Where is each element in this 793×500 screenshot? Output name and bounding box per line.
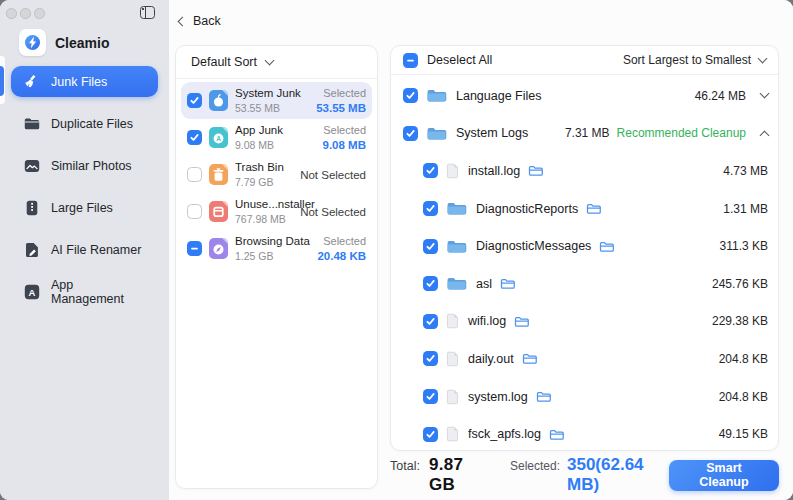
file-checkbox[interactable] (423, 201, 438, 216)
background-window-fragment (0, 66, 4, 96)
chevron-down-icon (265, 55, 275, 65)
sidebar-item-app-management[interactable]: A App Management (11, 276, 158, 307)
file-checkbox[interactable] (403, 88, 418, 103)
file-checkbox[interactable] (423, 427, 438, 442)
folder-icon (426, 87, 447, 104)
sidebar-item-similar-photos[interactable]: Similar Photos (11, 150, 158, 181)
back-label: Back (193, 14, 221, 28)
file-row[interactable]: DiagnosticMessages 311.3 KB (403, 227, 768, 265)
file-row[interactable]: wifi.log 229.38 KB (403, 303, 768, 341)
reveal-in-finder-icon[interactable] (522, 352, 537, 365)
sidebar-item-junk-files[interactable]: Junk Files (11, 66, 158, 97)
category-checkbox[interactable] (187, 130, 202, 145)
sidebar: Cleamio Junk Files Duplicate Files Simil… (0, 0, 169, 500)
sidebar-menu: Junk Files Duplicate Files Similar Photo… (11, 66, 158, 318)
deselect-all-checkbox[interactable] (403, 53, 418, 68)
back-button[interactable]: Back (179, 14, 221, 28)
category-row[interactable]: Browsing Data 1.25 GB Selected 20.48 KB (181, 230, 372, 267)
category-checkbox[interactable] (187, 204, 202, 219)
summary-footer: Total: 9.87 GB Selected: 350(62.64 MB) S… (390, 456, 779, 494)
category-row[interactable]: A App Junk 9.08 MB Selected 9.08 MB (181, 119, 372, 156)
selected-group: Selected: 350(62.64 MB) (480, 455, 657, 495)
category-row[interactable]: Trash Bin 7.79 GB Not Selected (181, 156, 372, 193)
category-checkbox[interactable] (187, 93, 202, 108)
cleamio-logo-icon (19, 29, 46, 56)
folder-icon (23, 115, 41, 133)
broom-icon (23, 73, 41, 91)
category-panel: Default Sort System Junk 53.55 MB Select… (175, 45, 378, 489)
zoom-window-button[interactable] (34, 8, 45, 19)
file-row[interactable]: System Logs 7.31 MB Recommended Cleanup (403, 115, 768, 153)
expand-toggle[interactable] (746, 94, 768, 97)
sort-order-label: Sort Largest to Smallest (623, 53, 751, 67)
smart-cleanup-button[interactable]: Smart Cleanup (669, 460, 779, 491)
reveal-in-finder-icon[interactable] (514, 315, 529, 328)
file-checkbox[interactable] (403, 126, 418, 141)
category-checkbox[interactable] (187, 167, 202, 182)
file-panel-header: Deselect All Sort Largest to Smallest (391, 46, 778, 75)
default-sort-label: Default Sort (191, 55, 257, 69)
selected-label: Selected: (510, 459, 560, 473)
file-row[interactable]: fsck_apfs.log 49.15 KB (403, 415, 768, 451)
file-icon (446, 313, 459, 329)
file-row[interactable]: asl 245.76 KB (403, 265, 768, 303)
file-icon (446, 389, 459, 405)
category-row[interactable]: System Junk 53.55 MB Selected 53.55 MB (181, 82, 372, 119)
minimize-window-button[interactable] (20, 8, 31, 19)
stack-icon (23, 199, 41, 217)
app-name: Cleamio (55, 35, 109, 51)
chevron-up-icon (760, 130, 770, 140)
folder-icon (426, 125, 447, 142)
file-checkbox[interactable] (423, 163, 438, 178)
sidebar-item-ai-file-renamer[interactable]: AI File Renamer (11, 234, 158, 265)
sidebar-item-duplicate-files[interactable]: Duplicate Files (11, 108, 158, 139)
sidebar-toggle-icon[interactable] (140, 6, 155, 19)
reveal-in-finder-icon[interactable] (536, 390, 551, 403)
file-checkbox[interactable] (423, 239, 438, 254)
svg-text:A: A (216, 135, 221, 142)
category-row[interactable]: Unuse...nstaller 767.98 MB Not Selected (181, 193, 372, 230)
file-row[interactable]: daily.out 204.8 KB (403, 340, 768, 378)
close-window-button[interactable] (6, 8, 17, 19)
main-area: Back Default Sort System Junk 53.55 MB S… (169, 0, 793, 500)
file-row[interactable]: DiagnosticReports 1.31 MB (403, 190, 768, 228)
app-junk-icon: A (209, 127, 228, 148)
uninstaller-icon (209, 201, 228, 222)
app-window: Cleamio Junk Files Duplicate Files Simil… (0, 0, 793, 500)
file-row[interactable]: install.log 4.73 MB (403, 152, 768, 190)
file-icon (446, 351, 459, 367)
file-checkbox[interactable] (423, 389, 438, 404)
reveal-in-finder-icon[interactable] (500, 277, 515, 290)
reveal-in-finder-icon[interactable] (599, 240, 614, 253)
selected-value: 350(62.64 MB) (567, 455, 657, 495)
file-checkbox[interactable] (423, 351, 438, 366)
rename-icon (23, 241, 41, 259)
file-list: Language Files 46.24 MB System Logs 7.31… (391, 75, 778, 451)
file-row[interactable]: Language Files 46.24 MB (403, 77, 768, 115)
photos-icon (23, 157, 41, 175)
file-checkbox[interactable] (423, 276, 438, 291)
total-value: 9.87 GB (429, 455, 480, 495)
reveal-in-finder-icon[interactable] (528, 164, 543, 177)
expand-toggle[interactable] (746, 128, 768, 139)
category-list: System Junk 53.55 MB Selected 53.55 MB A… (176, 79, 377, 270)
svg-text:A: A (29, 286, 36, 297)
sort-order-dropdown[interactable]: Sort Largest to Smallest (623, 53, 766, 67)
folder-icon (446, 238, 467, 255)
default-sort-dropdown[interactable]: Default Sort (176, 46, 377, 79)
chevron-down-icon (758, 53, 768, 63)
file-icon (446, 426, 459, 442)
file-icon (446, 163, 459, 179)
category-checkbox[interactable] (187, 241, 202, 256)
reveal-in-finder-icon[interactable] (586, 202, 601, 215)
reveal-in-finder-icon[interactable] (549, 428, 564, 441)
system-junk-icon (209, 90, 228, 111)
chevron-left-icon (178, 16, 188, 26)
total-label: Total: (390, 459, 420, 473)
file-checkbox[interactable] (423, 314, 438, 329)
app-logo-row: Cleamio (19, 29, 109, 56)
file-row[interactable]: system.log 204.8 KB (403, 378, 768, 416)
browsing-data-icon (209, 238, 228, 259)
sidebar-item-large-files[interactable]: Large Files (11, 192, 158, 223)
total-group: Total: 9.87 GB (390, 455, 480, 495)
